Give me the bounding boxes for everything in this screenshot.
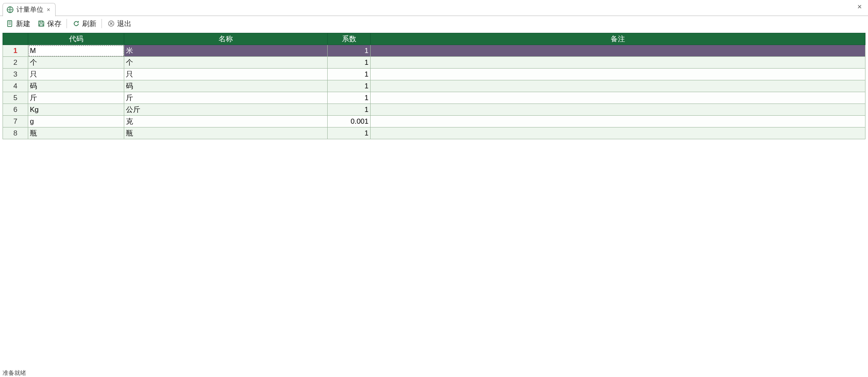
cell-code[interactable]: Kg [28, 104, 124, 116]
row-number[interactable]: 5 [3, 92, 28, 104]
cell-name[interactable]: 瓶 [124, 127, 328, 139]
exit-button[interactable]: 退出 [104, 18, 134, 29]
cell-name[interactable]: 个 [124, 57, 328, 69]
cell-name[interactable]: 斤 [124, 92, 328, 104]
window-close-icon[interactable]: × [855, 2, 865, 12]
cell-name[interactable]: 米 [124, 45, 328, 57]
save-label: 保存 [47, 19, 61, 29]
column-header-code[interactable]: 代码 [28, 33, 124, 45]
tab-title: 计量单位 [16, 5, 43, 14]
cell-factor[interactable]: 1 [328, 80, 371, 92]
row-number[interactable]: 4 [3, 80, 28, 92]
exit-icon [107, 19, 115, 28]
cell-code[interactable]: g [28, 116, 124, 127]
cell-code[interactable]: 只 [28, 69, 124, 80]
svg-rect-1 [8, 21, 12, 27]
refresh-label: 刷新 [82, 19, 96, 29]
refresh-button[interactable]: 刷新 [69, 18, 99, 29]
grid-container: 代码 名称 系数 备注 1M米12个个13只只14码码15斤斤16Kg公斤17g… [3, 33, 865, 368]
cell-code[interactable]: 个 [28, 57, 124, 69]
cell-code[interactable]: 瓶 [28, 127, 124, 139]
cell-name[interactable]: 公斤 [124, 104, 328, 116]
cell-remark[interactable] [371, 57, 865, 69]
tab-measurement-unit[interactable]: 计量单位 × [3, 3, 56, 16]
row-number[interactable]: 3 [3, 69, 28, 80]
new-label: 新建 [16, 19, 30, 29]
table-row[interactable]: 4码码1 [3, 80, 865, 92]
toolbar-separator [101, 19, 102, 28]
cell-factor[interactable]: 1 [328, 69, 371, 80]
row-number[interactable]: 7 [3, 116, 28, 127]
table-row[interactable]: 1M米1 [3, 45, 865, 57]
cell-code[interactable]: 斤 [28, 92, 124, 104]
cell-name[interactable]: 克 [124, 116, 328, 127]
cell-remark[interactable] [371, 45, 865, 57]
table-row[interactable]: 2个个1 [3, 57, 865, 69]
cell-factor[interactable]: 1 [328, 92, 371, 104]
table-row[interactable]: 8瓶瓶1 [3, 127, 865, 139]
save-button[interactable]: 保存 [35, 18, 64, 29]
row-number[interactable]: 1 [3, 45, 28, 57]
cell-factor[interactable]: 0.001 [328, 116, 371, 127]
exit-label: 退出 [117, 19, 131, 29]
column-header-factor[interactable]: 系数 [328, 33, 371, 45]
cell-remark[interactable] [371, 127, 865, 139]
cell-factor[interactable]: 1 [328, 104, 371, 116]
status-text: 准备就绪 [3, 369, 26, 376]
cell-remark[interactable] [371, 69, 865, 80]
header-row: 代码 名称 系数 备注 [3, 33, 865, 45]
save-icon [37, 19, 45, 28]
toolbar: 新建 保存 刷新 退出 [0, 16, 868, 31]
status-bar: 准备就绪 [0, 369, 868, 377]
cell-name[interactable]: 码 [124, 80, 328, 92]
globe-icon [6, 6, 14, 13]
tab-strip: 计量单位 × × [0, 0, 868, 16]
cell-factor[interactable]: 1 [328, 45, 371, 57]
column-header-remark[interactable]: 备注 [371, 33, 865, 45]
cell-remark[interactable] [371, 92, 865, 104]
refresh-icon [72, 19, 80, 28]
column-header-name[interactable]: 名称 [124, 33, 328, 45]
close-icon[interactable]: × [46, 6, 51, 13]
cell-remark[interactable] [371, 104, 865, 116]
table-row[interactable]: 7g克0.001 [3, 116, 865, 127]
cell-remark[interactable] [371, 80, 865, 92]
data-grid[interactable]: 代码 名称 系数 备注 1M米12个个13只只14码码15斤斤16Kg公斤17g… [3, 33, 865, 139]
table-row[interactable]: 5斤斤1 [3, 92, 865, 104]
cell-name[interactable]: 只 [124, 69, 328, 80]
cell-factor[interactable]: 1 [328, 57, 371, 69]
svg-rect-3 [40, 24, 43, 26]
cell-remark[interactable] [371, 116, 865, 127]
table-row[interactable]: 6Kg公斤1 [3, 104, 865, 116]
cell-code[interactable]: M [28, 45, 124, 57]
new-button[interactable]: 新建 [3, 18, 33, 29]
cell-factor[interactable]: 1 [328, 127, 371, 139]
svg-rect-2 [40, 21, 43, 23]
row-number[interactable]: 2 [3, 57, 28, 69]
row-number[interactable]: 8 [3, 127, 28, 139]
row-number[interactable]: 6 [3, 104, 28, 116]
cell-code[interactable]: 码 [28, 80, 124, 92]
new-icon [6, 19, 14, 28]
table-row[interactable]: 3只只1 [3, 69, 865, 80]
toolbar-separator [67, 19, 67, 28]
column-header-rownum[interactable] [3, 33, 28, 45]
